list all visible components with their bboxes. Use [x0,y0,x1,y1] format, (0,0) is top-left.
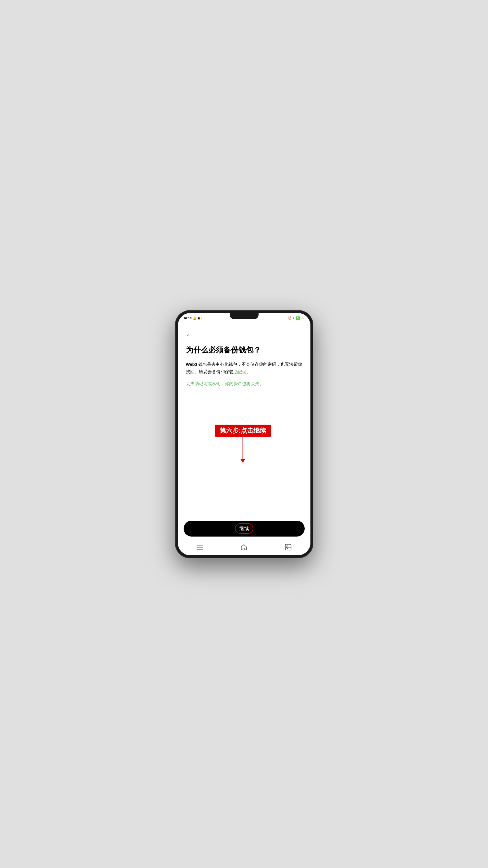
camera-notch [230,313,259,319]
annotation-arrow [243,437,243,460]
screen-content: ‹ 为什么必须备份钱包？ Web3 钱包是去中心化钱包，不会储存你的密码，也无法… [178,322,311,555]
main-content: 为什么必须备份钱包？ Web3 钱包是去中心化钱包，不会储存你的密码，也无法帮你… [178,340,311,517]
nav-home-button[interactable] [238,543,250,551]
notification-icon: 🔔 [193,316,196,320]
status-right: ⏰ ✈ 5i ⚡ [288,316,305,320]
alarm-icon: ⏰ [288,316,291,320]
button-highlight-circle [235,523,253,534]
step-annotation: 第六步:点击继续 [215,425,271,460]
back-arrow-icon: ‹ [187,331,189,339]
clipboard-icon: ▣ [197,316,200,320]
continue-button[interactable]: 继续 [184,521,305,536]
nav-back-button[interactable] [283,543,294,551]
page-title: 为什么必须备份钱包？ [186,345,302,355]
annotation-label: 第六步:点击继续 [215,425,271,437]
status-left: 16:10 🔔 ▣ ● [184,316,203,320]
web3-label: Web3 [186,362,199,367]
description-end: 。 [247,369,251,374]
navigation-bar [178,540,311,555]
warning-text: 丢失助记词或私钥，你的资产也将丢失。 [186,380,302,388]
nav-menu-button[interactable] [194,543,205,551]
description-text: Web3 钱包是去中心化钱包，不会储存你的密码，也无法帮你找回。请妥善备份和保管… [186,361,302,375]
back-button[interactable]: ‹ [184,330,193,340]
dot-icon: ● [201,317,203,319]
top-navigation: ‹ [178,322,311,340]
mnemonic-link[interactable]: 助记词 [233,369,247,374]
flash-icon: ⚡ [301,316,305,320]
phone-screen: 16:10 🔔 ▣ ● ⏰ ✈ 5i ⚡ ‹ 为什么必须备份钱包？ [178,313,311,555]
battery-indicator: 5i [296,316,300,320]
bottom-area: 继续 [178,517,311,540]
phone-frame: 16:10 🔔 ▣ ● ⏰ ✈ 5i ⚡ ‹ 为什么必须备份钱包？ [175,310,313,558]
airplane-icon: ✈ [293,316,295,320]
time-display: 16:10 [184,316,192,320]
